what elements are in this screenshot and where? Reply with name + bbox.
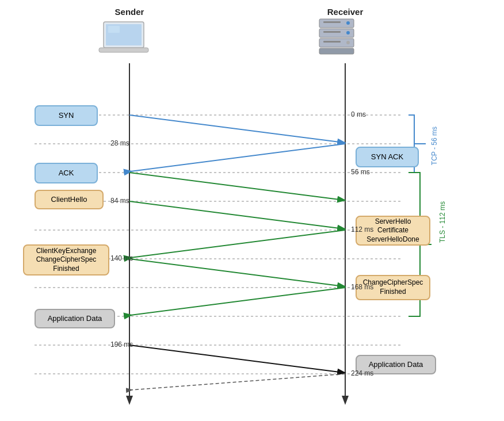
tcp-brace-label: TCP - 56 ms (430, 127, 438, 165)
time-84: 84 ms (110, 197, 129, 205)
server-hello-text: ServerHello Certificate ServerHelloDone (366, 217, 419, 244)
svg-line-26 (129, 115, 344, 143)
time-112: 112 ms (351, 225, 373, 234)
time-56: 56 ms (351, 168, 370, 176)
client-key-box: ClientKeyExchange ChangeCipherSpec Finis… (23, 244, 109, 275)
client-key-text: ClientKeyExchange ChangeCipherSpec Finis… (36, 247, 97, 274)
time-168: 168 ms (351, 283, 373, 291)
diagram: Sender Receiver (0, 0, 504, 421)
client-hello-box: ClientHello (35, 190, 104, 209)
time-196: 196 ms (110, 340, 133, 349)
syn-ack-box: SYN ACK (356, 147, 419, 167)
svg-line-27 (131, 144, 345, 171)
time-140: 140 ms (110, 254, 133, 262)
svg-line-31 (129, 259, 344, 286)
app-data-sender-box: Application Data (35, 309, 115, 328)
time-224: 224 ms (351, 369, 373, 377)
svg-line-29 (129, 201, 344, 229)
tls-brace-label: TLS - 112 ms (438, 201, 446, 243)
svg-line-34 (131, 374, 345, 390)
svg-line-30 (131, 230, 345, 258)
syn-box: SYN (35, 105, 98, 126)
ack-box: ACK (35, 163, 98, 183)
svg-line-28 (129, 173, 344, 200)
svg-line-33 (129, 345, 344, 373)
svg-line-32 (131, 288, 345, 315)
time-28: 28 ms (110, 139, 129, 147)
time-0: 0 ms (351, 110, 366, 118)
